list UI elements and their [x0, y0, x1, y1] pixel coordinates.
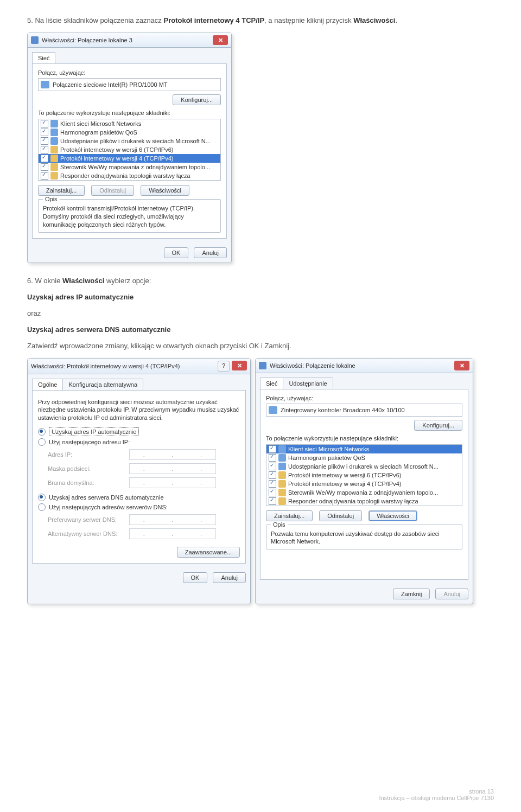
doc-title: Instrukcja – obsługi modemu CellPipe 713…: [379, 795, 494, 801]
radio-static-dns[interactable]: Użyj następujących adresów serwerów DNS:: [38, 503, 240, 511]
page-footer: strona 13 Instrukcja – obsługi modemu Ce…: [379, 788, 494, 801]
radio-auto-ip[interactable]: Uzyskaj adres IP automatycznie: [38, 427, 240, 436]
connect-using-label: Połącz, używając:: [266, 395, 462, 401]
uninstall-button[interactable]: Odinstaluj: [91, 185, 134, 196]
checkbox-icon[interactable]: [41, 155, 48, 162]
cancel-button[interactable]: Anuluj: [213, 572, 246, 583]
label-alt-dns: Alternatywny serwer DNS:: [48, 530, 129, 537]
properties-button[interactable]: Właściwości: [368, 510, 417, 521]
cancel-button[interactable]: Anuluj: [194, 247, 227, 258]
checkbox-icon[interactable]: [41, 146, 48, 154]
mask-field: ...: [129, 463, 216, 474]
component-icon: [278, 480, 286, 488]
checkbox-icon[interactable]: [269, 463, 276, 470]
checkbox-icon[interactable]: [41, 163, 48, 171]
list-item: Sterownik We/Wy mapowania z odnajdywanie…: [60, 164, 210, 170]
list-item: Harmonogram pakietów QoS: [288, 455, 365, 461]
help-icon[interactable]: ?: [218, 361, 230, 372]
component-icon: [278, 489, 286, 496]
close-button[interactable]: Zamknij: [393, 589, 430, 599]
list-item: Protokół internetowy w wersji 6 (TCP/IPv…: [60, 146, 173, 153]
tab-network[interactable]: Sieć: [260, 378, 283, 389]
component-icon: [278, 471, 286, 479]
instruction-6-block: 6. W oknie Właściwości wybierz opcje: Uz…: [27, 277, 494, 350]
dialog-tcpipv4-properties: Właściwości: Protokół internetowy w wers…: [27, 358, 251, 604]
checkbox-icon[interactable]: [41, 120, 48, 127]
list-item: Protokół internetowy w wersji 4 (TCP/IPv…: [288, 481, 401, 487]
instruction-confirm: Zatwierdź wprowadzone zmiany, klikając w…: [27, 342, 494, 350]
label-ip: Adres IP:: [48, 451, 129, 458]
preferred-dns-field: ...: [129, 514, 216, 525]
checkbox-icon[interactable]: [41, 129, 48, 136]
component-icon: [50, 163, 58, 171]
checkbox-icon[interactable]: [269, 489, 276, 496]
description-label: Opis: [43, 196, 60, 202]
radio-auto-dns[interactable]: Uzyskaj adres serwera DNS automatycznie: [38, 494, 240, 501]
list-item: Protokół internetowy w wersji 4 (TCP/IPv…: [60, 155, 173, 162]
component-icon: [278, 445, 286, 453]
install-button[interactable]: Zainstaluj...: [266, 510, 313, 521]
checkbox-icon[interactable]: [41, 172, 48, 180]
cancel-button[interactable]: Anuluj: [435, 589, 468, 599]
window-title: Właściwości: Połączenie lokalne 3: [42, 37, 132, 43]
component-icon: [50, 146, 58, 154]
tab-alt-config[interactable]: Konfiguracja alternatywna: [62, 379, 143, 390]
ok-button[interactable]: OK: [183, 572, 208, 583]
configure-button[interactable]: Konfiguruj...: [173, 94, 221, 105]
close-icon[interactable]: ✕: [454, 361, 469, 370]
tab-sharing[interactable]: Udostępnianie: [283, 378, 333, 389]
close-icon[interactable]: ✕: [232, 361, 247, 370]
tab-general[interactable]: Ogólne: [32, 379, 63, 390]
component-icon: [50, 137, 58, 145]
checkbox-icon[interactable]: [269, 480, 276, 488]
radio-static-ip[interactable]: Użyj następującego adresu IP:: [38, 438, 240, 446]
window-icon: [259, 362, 266, 369]
adapter-box: Połączenie sieciowe Intel(R) PRO/1000 MT: [38, 78, 221, 91]
checkbox-icon[interactable]: [269, 445, 276, 453]
checkbox-icon[interactable]: [269, 497, 276, 505]
ip-field: ...: [129, 449, 216, 460]
close-icon[interactable]: ✕: [213, 35, 228, 45]
description-text: Pozwala temu komputerowi uzyskiwać dostę…: [271, 530, 458, 546]
component-icon: [278, 454, 286, 462]
list-item: Udostępnianie plików i drukarek w siecia…: [60, 138, 211, 144]
components-label: To połączenie wykorzystuje następujące s…: [38, 110, 221, 116]
component-icon: [50, 120, 58, 127]
list-item: Klient sieci Microsoft Networks: [288, 446, 369, 452]
window-title: Właściwości: Połączenie lokalne: [270, 362, 355, 369]
components-listbox[interactable]: Klient sieci Microsoft Networks Harmonog…: [38, 119, 221, 181]
label-and: oraz: [27, 309, 494, 317]
option-auto-ip: Uzyskaj adres IP automatycznie: [27, 293, 134, 301]
window-icon: [31, 36, 39, 44]
tab-network[interactable]: Sieć: [32, 52, 55, 63]
adapter-name: Zintegrowany kontroler Broadcom 440x 10/…: [281, 407, 405, 413]
adapter-name: Połączenie sieciowe Intel(R) PRO/1000 MT: [53, 81, 168, 88]
nic-icon: [269, 406, 277, 414]
alt-dns-field: ...: [129, 528, 216, 539]
properties-button[interactable]: Właściwości: [141, 185, 189, 196]
component-icon: [278, 463, 286, 470]
list-item: Sterownik We/Wy mapowania z odnajdywanie…: [288, 489, 438, 496]
component-icon: [50, 129, 58, 136]
dialog-lan3-properties: Właściwości: Połączenie lokalne 3 ✕ Sieć…: [27, 33, 232, 263]
checkbox-icon[interactable]: [269, 454, 276, 462]
gateway-field: ...: [129, 477, 216, 488]
ok-button[interactable]: OK: [164, 247, 189, 258]
list-item: Responder odnajdywania topologii warstwy…: [60, 172, 190, 179]
list-item: Udostępnianie plików i drukarek w siecia…: [288, 463, 439, 470]
nic-icon: [41, 81, 49, 88]
checkbox-icon[interactable]: [269, 471, 276, 479]
radio-icon: [38, 503, 46, 511]
tcpip-intro-text: Przy odpowiedniej konfiguracji sieci moż…: [38, 398, 240, 423]
components-listbox[interactable]: Klient sieci Microsoft Networks Harmonog…: [266, 444, 462, 506]
components-label: To połączenie wykorzystuje następujące s…: [266, 435, 462, 442]
uninstall-button[interactable]: Odinstaluj: [319, 510, 362, 521]
checkbox-icon[interactable]: [41, 137, 48, 145]
radio-icon: [38, 428, 46, 436]
advanced-button[interactable]: Zaawansowane...: [177, 547, 240, 558]
dialog-lan-properties: Właściwości: Połączenie lokalne ✕ Sieć U…: [255, 358, 473, 604]
titlebar: Właściwości: Połączenie lokalne 3 ✕: [28, 33, 231, 48]
install-button[interactable]: Zainstaluj...: [38, 185, 85, 196]
configure-button[interactable]: Konfiguruj...: [414, 420, 462, 431]
instruction-6: 6. W oknie Właściwości wybierz opcje:: [27, 277, 494, 285]
